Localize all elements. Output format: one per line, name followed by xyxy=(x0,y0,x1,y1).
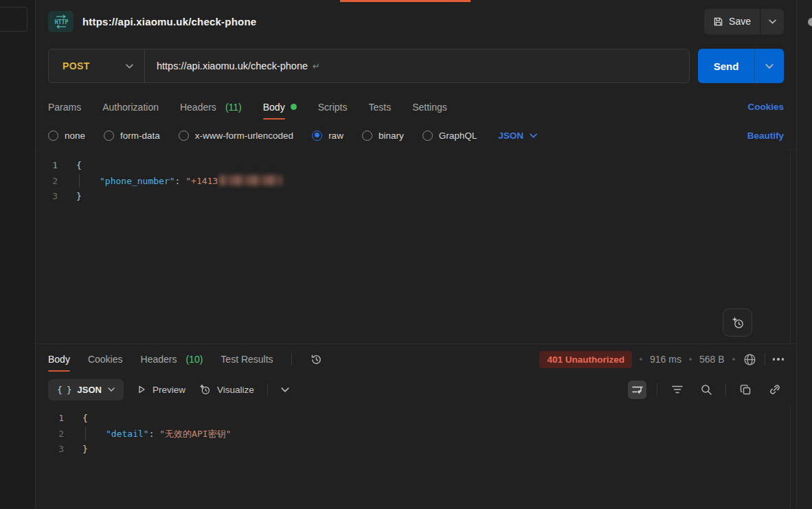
chevron-down-icon xyxy=(530,133,537,138)
chevron-down-icon xyxy=(769,19,776,24)
collapsed-panel-icon[interactable] xyxy=(808,18,812,26)
url-value: https://api.xiaomu.uk/check-phone xyxy=(157,60,308,71)
chevron-down-icon xyxy=(765,64,774,69)
response-view-options-button[interactable] xyxy=(281,387,289,392)
visualize-sparkle-icon xyxy=(199,383,211,396)
line-number: 1 xyxy=(36,411,75,427)
request-body-editor[interactable]: 1 { 2 "phone_number": "+1413 3 } xyxy=(36,149,796,343)
line-number: 1 xyxy=(36,158,69,174)
response-history-button[interactable] xyxy=(310,353,323,366)
response-time[interactable]: 916 ms xyxy=(650,354,681,365)
response-tab-headers[interactable]: Headers(10) xyxy=(141,344,203,374)
filter-icon xyxy=(671,385,684,394)
globe-icon xyxy=(743,352,757,367)
json-separator: : xyxy=(175,176,186,186)
code-text: "detail": "无效的API密钥" xyxy=(75,427,231,442)
collapsed-sidebar-item[interactable] xyxy=(0,7,27,32)
json-key: "phone_number" xyxy=(100,176,175,186)
tab-tests[interactable]: Tests xyxy=(368,92,391,122)
radio-icon xyxy=(179,131,189,141)
indent-guide xyxy=(85,427,106,440)
save-button-group: Save xyxy=(704,9,784,34)
indent-guide xyxy=(79,174,100,188)
response-size[interactable]: 568 B xyxy=(699,354,725,365)
code-text: { xyxy=(75,411,88,427)
code-text: } xyxy=(69,189,82,205)
json-separator: : xyxy=(149,429,160,439)
send-options-button[interactable] xyxy=(754,49,784,83)
svg-text:HTTP: HTTP xyxy=(54,19,68,25)
response-format-select[interactable]: { } JSON xyxy=(48,379,124,400)
postbot-button[interactable] xyxy=(723,308,752,337)
beautify-link[interactable]: Beautify xyxy=(747,131,784,141)
response-status-group: 401 Unauthorized 916 ms 568 B xyxy=(539,351,784,368)
body-mode-graphql[interactable]: GraphQL xyxy=(422,131,477,141)
json-value: "+1413 xyxy=(185,176,218,186)
divider xyxy=(765,353,765,365)
tab-authorization[interactable]: Authorization xyxy=(102,92,159,122)
send-button[interactable]: Send xyxy=(698,49,754,83)
code-line: 3 } xyxy=(36,442,796,457)
divider xyxy=(725,383,726,396)
network-info-button[interactable] xyxy=(743,352,757,367)
code-line: 2 "phone_number": "+1413 xyxy=(36,174,796,190)
editor-scrollbar[interactable] xyxy=(790,150,791,343)
chevron-down-icon xyxy=(108,387,115,392)
body-mode-raw[interactable]: raw xyxy=(312,131,343,141)
response-toolbar: { } JSON Preview xyxy=(36,374,796,405)
editor-scrollbar[interactable] xyxy=(790,405,791,509)
tab-scripts[interactable]: Scripts xyxy=(318,92,348,122)
dot-separator xyxy=(640,358,642,361)
method-select[interactable]: POST xyxy=(49,49,145,82)
request-workspace: HTTP https://api.xiaomu.uk/check-phone S… xyxy=(36,0,796,509)
divider xyxy=(291,353,292,365)
tab-params[interactable]: Params xyxy=(48,92,81,122)
raw-language-label: JSON xyxy=(498,131,523,141)
save-options-button[interactable] xyxy=(760,9,784,34)
visualize-button[interactable]: Visualize xyxy=(199,383,254,396)
response-headers-count: (10) xyxy=(185,354,203,365)
body-mode-urlencoded[interactable]: x-www-form-urlencoded xyxy=(179,131,293,141)
filter-button[interactable] xyxy=(668,381,686,399)
response-tab-test-results[interactable]: Test Results xyxy=(221,344,273,374)
code-text: "phone_number": "+1413 xyxy=(69,174,282,190)
copy-icon xyxy=(740,384,752,396)
cookies-link[interactable]: Cookies xyxy=(747,102,784,112)
wrap-text-button[interactable] xyxy=(628,381,646,399)
raw-language-select[interactable]: JSON xyxy=(498,131,537,141)
three-dots-icon xyxy=(773,358,776,361)
json-key: "detail" xyxy=(106,429,149,439)
format-label: JSON xyxy=(77,385,101,395)
body-modified-dot xyxy=(291,104,297,110)
response-tabs: Body Cookies Headers(10) Test Results 40… xyxy=(36,344,796,374)
chevron-down-icon xyxy=(126,64,133,69)
body-mode-none[interactable]: none xyxy=(48,131,85,141)
more-options-button[interactable] xyxy=(773,358,785,361)
url-send-row: POST https://api.xiaomu.uk/check-phone ↵… xyxy=(36,43,796,92)
status-badge[interactable]: 401 Unauthorized xyxy=(539,351,632,368)
save-button[interactable]: Save xyxy=(704,9,760,34)
headers-count: (11) xyxy=(225,102,242,113)
url-input[interactable]: https://api.xiaomu.uk/check-phone ↵ xyxy=(145,49,332,82)
send-button-group: Send xyxy=(698,49,784,83)
play-icon xyxy=(137,385,146,394)
http-request-icon: HTTP xyxy=(48,11,74,32)
search-button[interactable] xyxy=(697,381,715,399)
response-body-editor[interactable]: 1 { 2 "detail": "无效的API密钥" 3 } xyxy=(36,405,796,509)
divider xyxy=(657,383,657,396)
tab-headers[interactable]: Headers(11) xyxy=(180,92,242,122)
link-button[interactable] xyxy=(765,381,784,399)
line-number: 3 xyxy=(36,442,75,457)
body-mode-binary[interactable]: binary xyxy=(362,131,404,141)
response-tab-body[interactable]: Body xyxy=(48,344,70,374)
copy-button[interactable] xyxy=(736,381,755,399)
history-clock-icon xyxy=(310,353,323,366)
code-line: 1 { xyxy=(36,158,796,174)
tab-body[interactable]: Body xyxy=(263,92,297,122)
tab-settings[interactable]: Settings xyxy=(412,92,447,122)
save-label: Save xyxy=(729,16,751,27)
response-tab-cookies[interactable]: Cookies xyxy=(88,344,123,374)
json-value: "无效的API密钥" xyxy=(159,429,231,439)
body-mode-form-data[interactable]: form-data xyxy=(104,131,160,141)
preview-button[interactable]: Preview xyxy=(137,385,185,395)
